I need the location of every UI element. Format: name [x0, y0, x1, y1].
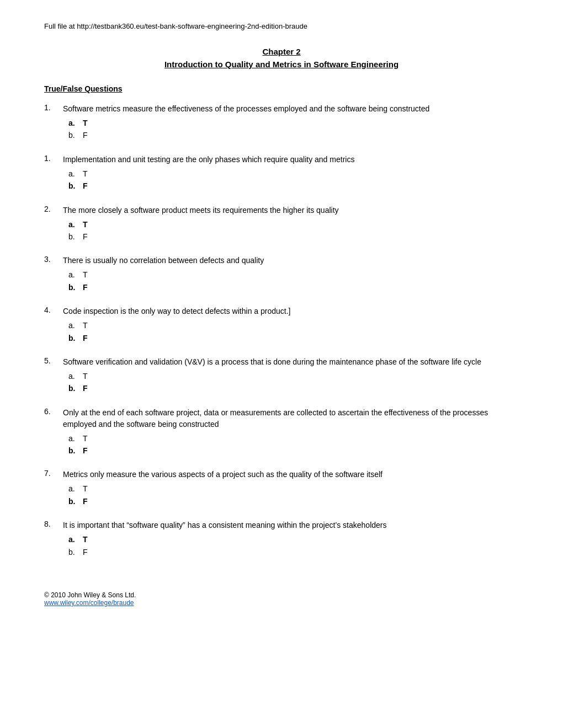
section-header: True/False Questions [44, 84, 519, 93]
chapter-title-block: Chapter 2 Introduction to Quality and Me… [44, 47, 519, 69]
question-number: 8. [44, 520, 57, 558]
question-number: 5. [44, 356, 57, 395]
option-item: a.T [68, 168, 519, 180]
option-item: b.F [68, 231, 519, 243]
question-item: 6.Only at the end of each software proje… [44, 407, 519, 457]
option-label: b. [68, 546, 79, 558]
option-value: F [83, 546, 88, 558]
option-value: T [83, 218, 88, 231]
option-item: b.F [68, 180, 519, 192]
option-label: b. [68, 180, 79, 192]
option-item: b.F [68, 546, 519, 558]
question-number: 1. [44, 103, 57, 142]
option-label: b. [68, 332, 79, 344]
options-list: a.Tb.F [68, 432, 519, 457]
question-item: 4.Code inspection is the only way to det… [44, 306, 519, 344]
option-label: a. [68, 117, 79, 129]
option-label: b. [68, 382, 79, 394]
option-value: F [83, 180, 88, 192]
option-value: T [83, 370, 88, 382]
questions-list: 1.Software metrics measure the effective… [44, 103, 519, 558]
question-item: 5.Software verification and validation (… [44, 356, 519, 395]
option-value: T [83, 319, 88, 331]
question-text: Software verification and validation (V&… [63, 356, 519, 368]
option-label: a. [68, 218, 79, 231]
question-text: Code inspection is the only way to detec… [63, 306, 519, 317]
option-label: b. [68, 495, 79, 507]
option-item: a.T [68, 319, 519, 331]
chapter-subtitle: Introduction to Quality and Metrics in S… [44, 60, 519, 69]
question-content: The more closely a software product meet… [63, 205, 519, 243]
question-text: Metrics only measure the various aspects… [63, 469, 519, 480]
option-item: b.F [68, 281, 519, 293]
question-content: There is usually no correlation between … [63, 255, 519, 293]
option-label: b. [68, 129, 79, 141]
option-label: a. [68, 168, 79, 180]
option-item: a.T [68, 218, 519, 231]
question-text: Only at the end of each software project… [63, 407, 519, 430]
option-label: a. [68, 370, 79, 382]
option-value: F [83, 495, 88, 507]
question-item: 3.There is usually no correlation betwee… [44, 255, 519, 293]
option-value: F [83, 231, 88, 243]
option-item: a.T [68, 117, 519, 129]
question-content: Implementation and unit testing are the … [63, 154, 519, 192]
question-number: 6. [44, 407, 57, 457]
question-content: It is important that “software quality” … [63, 520, 519, 558]
option-item: a.T [68, 432, 519, 445]
question-text: The more closely a software product meet… [63, 205, 519, 216]
option-value: T [83, 168, 88, 180]
options-list: a.Tb.F [68, 483, 519, 507]
option-label: a. [68, 269, 79, 281]
question-item: 1.Implementation and unit testing are th… [44, 154, 519, 192]
question-text: There is usually no correlation between … [63, 255, 519, 266]
question-item: 7.Metrics only measure the various aspec… [44, 469, 519, 507]
option-value: T [83, 117, 88, 129]
question-number: 1. [44, 154, 57, 192]
option-item: b.F [68, 445, 519, 457]
question-item: 8.It is important that “software quality… [44, 520, 519, 558]
question-content: Software verification and validation (V&… [63, 356, 519, 395]
option-item: a.T [68, 483, 519, 495]
question-item: 2.The more closely a software product me… [44, 205, 519, 243]
options-list: a.Tb.F [68, 117, 519, 142]
option-item: b.F [68, 495, 519, 507]
option-value: T [83, 269, 88, 281]
header-link: Full file at http://testbank360.eu/test-… [44, 22, 519, 30]
option-item: a.T [68, 370, 519, 382]
question-text: It is important that “software quality” … [63, 520, 519, 531]
option-label: a. [68, 533, 79, 545]
option-value: F [83, 332, 88, 344]
option-value: T [83, 483, 88, 495]
options-list: a.Tb.F [68, 370, 519, 395]
options-list: a.Tb.F [68, 269, 519, 293]
option-item: a.T [68, 533, 519, 545]
question-item: 1.Software metrics measure the effective… [44, 103, 519, 142]
option-item: a.T [68, 269, 519, 281]
chapter-title: Chapter 2 [44, 47, 519, 56]
question-number: 4. [44, 306, 57, 344]
option-value: F [83, 281, 88, 293]
option-value: T [83, 432, 88, 445]
question-number: 2. [44, 205, 57, 243]
website-link[interactable]: www.wiley.com/college/braude [44, 599, 134, 607]
option-value: F [83, 129, 88, 141]
options-list: a.Tb.F [68, 168, 519, 192]
footer: © 2010 John Wiley & Sons Ltd. www.wiley.… [44, 591, 519, 607]
option-label: b. [68, 231, 79, 243]
question-content: Metrics only measure the various aspects… [63, 469, 519, 507]
question-text: Implementation and unit testing are the … [63, 154, 519, 165]
option-value: F [83, 382, 88, 394]
question-number: 7. [44, 469, 57, 507]
option-label: b. [68, 445, 79, 457]
option-label: b. [68, 281, 79, 293]
option-value: T [83, 533, 88, 545]
section-title: True/False Questions [44, 84, 519, 93]
option-item: b.F [68, 129, 519, 141]
options-list: a.Tb.F [68, 319, 519, 344]
question-text: Software metrics measure the effectivene… [63, 103, 519, 115]
option-item: b.F [68, 382, 519, 394]
options-list: a.Tb.F [68, 533, 519, 558]
option-item: b.F [68, 332, 519, 344]
options-list: a.Tb.F [68, 218, 519, 243]
